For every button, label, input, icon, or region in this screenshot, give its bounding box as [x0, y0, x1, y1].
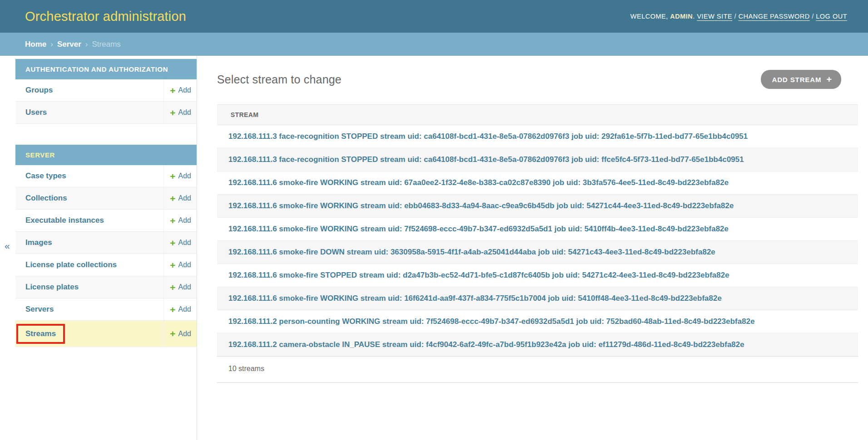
stream-cell: 192.168.111.6 smoke-fire WORKING stream …: [217, 287, 858, 310]
stream-cell: 192.168.111.3 face-recognition STOPPED s…: [217, 125, 858, 148]
breadcrumb-separator: ›: [85, 40, 88, 49]
plus-icon: +: [826, 75, 832, 84]
stream-link[interactable]: 192.168.111.2 person-counting WORKING st…: [228, 317, 755, 326]
sidebar-link-executable-instances[interactable]: Executable instances: [25, 216, 104, 225]
table-row: 192.168.111.3 face-recognition STOPPED s…: [217, 148, 858, 171]
sidebar-module-title: SERVER: [15, 145, 197, 165]
sidebar-item-executable-instances: Executable instances+Add: [15, 210, 197, 232]
sidebar-collapse-icon[interactable]: «: [3, 240, 12, 252]
table-row: 192.168.111.2 camera-obstacle IN_PAUSE s…: [217, 333, 858, 357]
add-link-executable-instances[interactable]: +Add: [170, 216, 191, 225]
add-link-groups[interactable]: +Add: [170, 86, 191, 95]
highlight-box: Streams: [16, 324, 65, 344]
breadcrumb-item-server[interactable]: Server: [57, 40, 81, 49]
plus-icon: +: [170, 305, 175, 314]
add-cell: +Add: [163, 79, 197, 101]
stream-table: STREAM 192.168.111.3 face-recognition ST…: [217, 104, 858, 357]
add-label: Add: [178, 194, 191, 202]
sidebar-link-servers[interactable]: Servers: [25, 305, 54, 314]
user-tools-link-view-site[interactable]: VIEW SITE: [697, 13, 732, 20]
add-label: Add: [178, 330, 191, 338]
stream-link[interactable]: 192.168.111.6 smoke-fire DOWN stream uid…: [228, 248, 715, 256]
object-tools: ADD STREAM +: [761, 70, 841, 89]
content-header: Select stream to change ADD STREAM +: [217, 70, 858, 89]
sidebar-link-streams[interactable]: Streams: [25, 329, 56, 338]
sidebar-link-case-types[interactable]: Case types: [25, 171, 66, 181]
add-link-servers[interactable]: +Add: [170, 305, 191, 314]
stream-link[interactable]: 192.168.111.6 smoke-fire WORKING stream …: [228, 178, 729, 187]
table-row: 192.168.111.6 smoke-fire STOPPED stream …: [217, 264, 858, 287]
sidebar-item-collections: Collections+Add: [15, 187, 197, 210]
plus-icon: +: [170, 260, 175, 270]
table-row: 192.168.111.2 person-counting WORKING st…: [217, 310, 858, 333]
stream-link[interactable]: 192.168.111.6 smoke-fire WORKING stream …: [228, 294, 722, 303]
add-cell: +Add: [163, 102, 197, 123]
add-stream-button-label: ADD STREAM: [772, 76, 821, 83]
paginator: 10 streams: [217, 357, 858, 383]
user-tools-separator: /: [732, 13, 739, 20]
page-body: « AUTHENTICATION AND AUTHORIZATIONGroups…: [0, 56, 868, 440]
add-link-users[interactable]: +Add: [170, 108, 191, 117]
add-label: Add: [178, 216, 191, 225]
stream-link[interactable]: 192.168.111.6 smoke-fire STOPPED stream …: [228, 271, 729, 279]
sidebar-module-title: AUTHENTICATION AND AUTHORIZATION: [15, 59, 197, 79]
add-link-case-types[interactable]: +Add: [170, 171, 191, 181]
sidebar-item-servers: Servers+Add: [15, 298, 197, 321]
main-content: Select stream to change ADD STREAM + STR…: [197, 56, 868, 440]
plus-icon: +: [170, 86, 175, 95]
breadcrumb: Home›Server›Streams: [0, 33, 868, 56]
add-link-streams[interactable]: +Add: [170, 329, 191, 338]
stream-cell: 192.168.111.3 face-recognition STOPPED s…: [217, 148, 858, 171]
sidebar-item-case-types: Case types+Add: [15, 165, 197, 187]
user-tools-link-change-password[interactable]: CHANGE PASSWORD: [739, 13, 810, 20]
sidebar-link-images[interactable]: Images: [25, 238, 52, 247]
sidebar-link-collections[interactable]: Collections: [25, 194, 67, 203]
stream-link[interactable]: 192.168.111.3 face-recognition STOPPED s…: [228, 132, 748, 141]
sidebar-item-license-plates: License plates+Add: [15, 276, 197, 298]
add-label: Add: [178, 305, 191, 313]
table-row: 192.168.111.3 face-recognition STOPPED s…: [217, 125, 858, 148]
add-stream-button[interactable]: ADD STREAM +: [761, 70, 841, 89]
sidebar-link-license-plates[interactable]: License plates: [25, 283, 79, 292]
sidebar: AUTHENTICATION AND AUTHORIZATIONGroups+A…: [15, 56, 197, 440]
sidebar-module-server: SERVERCase types+AddCollections+AddExecu…: [15, 145, 197, 347]
plus-icon: +: [170, 194, 175, 203]
stream-cell: 192.168.111.6 smoke-fire DOWN stream uid…: [217, 241, 858, 264]
welcome-text: WELCOME,: [631, 13, 668, 20]
stream-link[interactable]: 192.168.111.2 camera-obstacle IN_PAUSE s…: [228, 340, 744, 349]
add-link-license-plates[interactable]: +Add: [170, 283, 191, 292]
table-row: 192.168.111.6 smoke-fire WORKING stream …: [217, 218, 858, 241]
sidebar-link-users[interactable]: Users: [25, 108, 47, 117]
sidebar-item-streams: Streams+Add: [15, 321, 197, 347]
add-link-collections[interactable]: +Add: [170, 194, 191, 203]
add-link-images[interactable]: +Add: [170, 238, 191, 248]
add-label: Add: [178, 86, 191, 94]
plus-icon: +: [170, 238, 175, 248]
breadcrumb-item-streams: Streams: [92, 40, 121, 49]
add-cell: +Add: [163, 187, 197, 209]
table-row: 192.168.111.6 smoke-fire WORKING stream …: [217, 287, 858, 310]
stream-link[interactable]: 192.168.111.3 face-recognition STOPPED s…: [228, 155, 744, 164]
stream-link[interactable]: 192.168.111.6 smoke-fire WORKING stream …: [228, 201, 734, 210]
sidebar-link-license-plate-collections[interactable]: License plate collections: [25, 260, 117, 269]
add-label: Add: [178, 172, 191, 180]
sidebar-modules: AUTHENTICATION AND AUTHORIZATIONGroups+A…: [15, 59, 197, 347]
user-tools-link-log-out[interactable]: LOG OUT: [816, 13, 847, 20]
stream-table-header-row: STREAM: [217, 105, 858, 125]
breadcrumb-item-home[interactable]: Home: [25, 40, 46, 49]
sidebar-link-groups[interactable]: Groups: [25, 86, 53, 95]
user-tools-links: VIEW SITE / CHANGE PASSWORD / LOG OUT: [697, 13, 847, 20]
add-cell: +Add: [163, 210, 197, 231]
breadcrumb-separator: ›: [50, 40, 53, 49]
plus-icon: +: [170, 108, 175, 117]
add-cell: +Add: [163, 276, 197, 298]
sidebar-item-license-plate-collections: License plate collections+Add: [15, 254, 197, 276]
plus-icon: +: [170, 171, 175, 181]
stream-table-body: 192.168.111.3 face-recognition STOPPED s…: [217, 125, 858, 357]
user-tools: WELCOME, ADMIN. VIEW SITE / CHANGE PASSW…: [631, 13, 847, 20]
stream-link[interactable]: 192.168.111.6 smoke-fire WORKING stream …: [228, 225, 729, 233]
add-link-license-plate-collections[interactable]: +Add: [170, 260, 191, 270]
sidebar-module-authentication-and-authorization: AUTHENTICATION AND AUTHORIZATIONGroups+A…: [15, 59, 197, 124]
table-row: 192.168.111.6 smoke-fire DOWN stream uid…: [217, 241, 858, 264]
add-label: Add: [178, 261, 191, 269]
